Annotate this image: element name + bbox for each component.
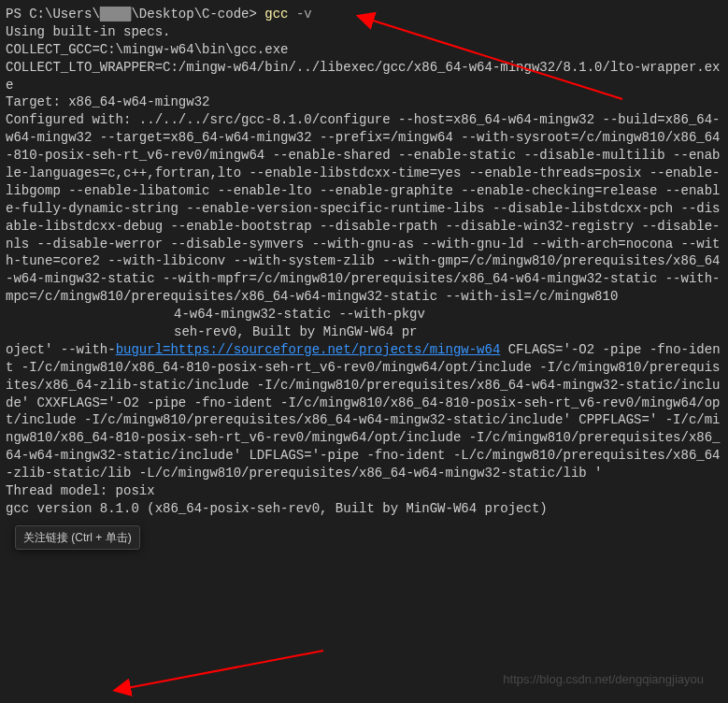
annotation-arrow-bottom (108, 641, 342, 697)
svg-line-1 (127, 651, 323, 688)
output-mid1: 4-w64-mingw32-static --with-pkgv (6, 306, 722, 323)
path-start: C:\Users\ (29, 7, 100, 22)
prompt-line: PS C:\Users\████\Desktop\C-code> gcc -v (6, 6, 722, 23)
output-mid2: seh-rev0, Built by MinGW-W64 pr (6, 323, 722, 341)
output-link-line: oject' --with-bugurl=https://sourceforge… (6, 341, 722, 518)
output-body: Using built-in specs. COLLECT_GCC=C:\min… (6, 23, 722, 306)
prompt-prefix: PS (6, 7, 29, 22)
output-tail: CFLAGS='-O2 -pipe -fno-ident -I/c/mingw8… (6, 342, 721, 516)
link-tooltip: 关注链接 (Ctrl + 单击) (15, 525, 140, 550)
bugurl-link[interactable]: bugurl=https://sourceforge.net/projects/… (116, 342, 501, 357)
terminal-output[interactable]: PS C:\Users\████\Desktop\C-code> gcc -v … (6, 6, 722, 697)
output-pre-link: oject' --with- (6, 342, 116, 357)
command: gcc (264, 7, 288, 22)
path-redacted: ████ (100, 7, 132, 22)
path-end: \Desktop\C-code> (131, 7, 256, 22)
watermark: https://blog.csdn.net/dengqiangjiayou (503, 671, 704, 688)
command-arg: -v (289, 7, 312, 22)
